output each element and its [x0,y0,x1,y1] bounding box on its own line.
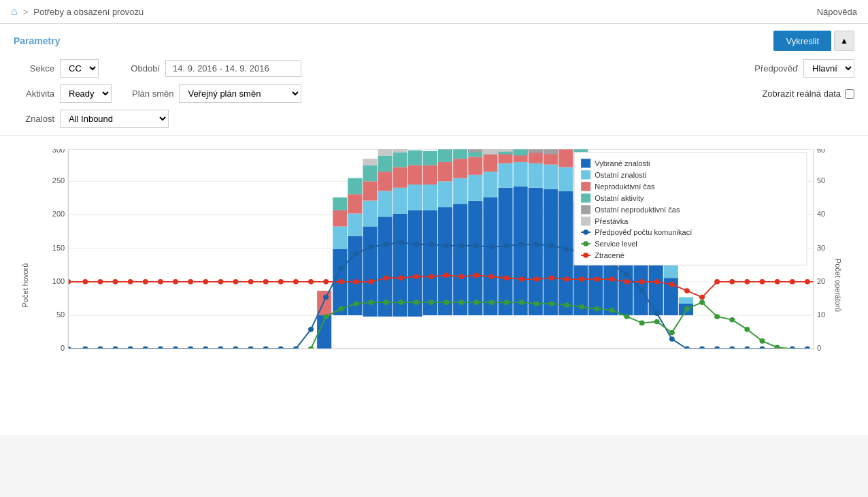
svg-point-246 [699,300,705,305]
svg-text:18:00: 18:00 [601,351,616,366]
svg-point-153 [564,276,569,282]
svg-point-134 [278,279,284,285]
svg-rect-58 [438,149,452,162]
svg-text:21:00: 21:00 [690,351,706,366]
svg-text:Předpověď počtu komunikací: Předpověď počtu komunikací [595,228,692,236]
svg-point-169 [805,279,810,285]
svg-rect-65 [468,157,482,174]
znalost-select[interactable]: All Inbound [60,110,169,128]
svg-rect-46 [393,149,407,153]
svg-point-168 [790,279,795,285]
svg-point-225 [384,300,389,305]
svg-rect-63 [468,201,482,315]
plan-smen-select[interactable]: Veřejný plán směn [179,84,301,103]
obdobi-input[interactable] [165,60,301,77]
svg-text:09:30: 09:30 [345,351,361,366]
main-chart-svg: 0 50 100 150 200 250 300 0 10 20 30 40 5… [41,149,827,387]
svg-point-160 [669,282,675,287]
predpoved-select[interactable]: Hlavní [803,59,854,78]
svg-rect-83 [529,163,543,188]
topbar: ⌂ > Potřeby a obsazení provozu Nápověda [0,0,868,24]
svg-rect-41 [378,149,393,155]
svg-point-162 [699,295,705,300]
svg-text:Přestávka: Přestávka [595,217,628,225]
svg-rect-81 [514,149,528,155]
svg-point-210 [669,336,675,342]
svg-rect-40 [378,155,393,172]
help-link[interactable]: Nápověda [817,7,857,17]
svg-rect-30 [348,194,362,213]
svg-rect-38 [378,191,393,217]
svg-point-122 [97,279,103,285]
svg-point-121 [82,279,88,285]
svg-text:Neproduktivní čas: Neproduktivní čas [595,182,654,191]
params-rows: Sekce CC Období Předpověď Hlavní Aktivit… [14,59,854,128]
svg-rect-309 [581,205,590,214]
svg-point-241 [624,314,629,319]
svg-point-242 [639,321,645,326]
svg-point-147 [473,273,479,278]
aktivita-select[interactable]: Ready [60,84,112,103]
svg-point-124 [128,279,133,285]
svg-point-141 [384,275,389,280]
svg-point-247 [714,314,720,319]
svg-text:11:30: 11:30 [405,351,420,366]
svg-text:10: 10 [817,310,825,319]
svg-point-196 [458,243,464,248]
svg-text:30: 30 [817,244,825,252]
svg-point-149 [504,275,510,280]
svg-point-150 [519,276,524,282]
svg-text:13:30: 13:30 [465,351,480,366]
svg-point-151 [534,276,539,282]
svg-text:07:30: 07:30 [284,351,300,366]
params-header: Parametry Vykreslit ▲ [14,31,854,51]
svg-rect-34 [363,181,377,200]
svg-rect-72 [483,149,497,155]
svg-text:12:00: 12:00 [420,351,435,366]
svg-rect-69 [483,172,497,197]
svg-point-223 [353,301,358,306]
svg-point-229 [444,300,449,305]
svg-point-234 [519,300,524,305]
svg-point-240 [609,308,614,313]
svg-point-161 [684,288,690,293]
home-icon[interactable]: ⌂ [11,5,18,18]
svg-point-235 [534,301,539,306]
aktivita-label: Aktivita [14,89,54,99]
zobrazit-label: Zobrazit reálná data [762,89,841,99]
zobrazit-checkbox[interactable] [845,89,854,99]
svg-text:07:00: 07:00 [269,351,285,366]
svg-text:0: 0 [817,344,821,352]
vykreslit-button[interactable]: Vykreslit [773,31,831,51]
svg-text:Vybrané znalosti: Vybrané znalosti [595,159,650,167]
svg-rect-51 [423,210,437,315]
svg-point-199 [504,243,510,248]
svg-rect-53 [423,165,437,185]
svg-rect-54 [423,151,437,165]
svg-point-317 [583,241,588,246]
svg-text:01:30: 01:30 [104,351,120,366]
svg-text:09:00: 09:00 [329,351,345,366]
svg-point-135 [293,279,299,285]
svg-point-233 [504,300,510,305]
svg-point-200 [519,242,524,247]
svg-point-314 [583,229,588,235]
svg-point-156 [609,276,614,282]
svg-text:20:30: 20:30 [675,351,691,366]
svg-point-159 [654,279,660,285]
svg-rect-50 [408,150,422,165]
svg-rect-89 [544,149,558,155]
collapse-button[interactable]: ▲ [834,31,854,51]
svg-point-202 [549,243,554,248]
chart-container: Počet hovorů Počet operátorů 0 50 100 15… [0,142,868,428]
svg-text:23:00: 23:00 [751,351,767,366]
svg-text:13:00: 13:00 [450,351,465,366]
svg-rect-36 [363,159,377,165]
svg-point-155 [594,276,599,282]
svg-rect-77 [498,149,512,152]
svg-point-157 [624,279,629,285]
svg-rect-91 [558,167,573,191]
svg-point-244 [669,330,675,336]
sekce-group: Sekce CC [14,59,99,78]
sekce-select[interactable]: CC [60,59,99,78]
